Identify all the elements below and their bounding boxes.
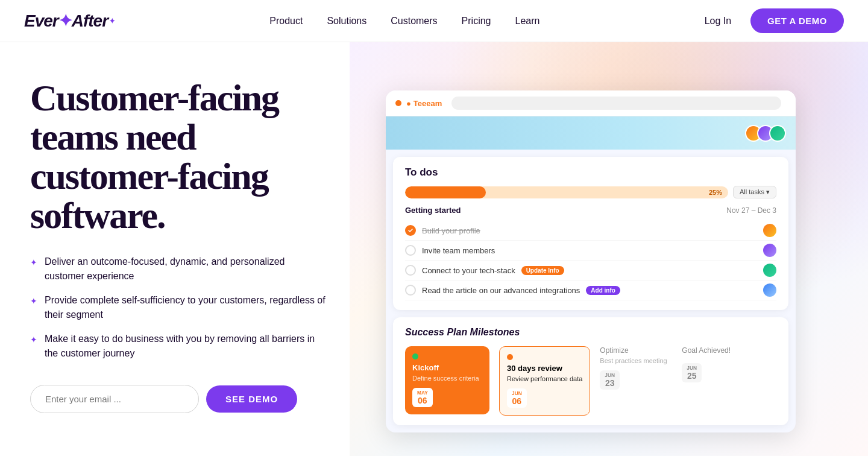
milestone-date-1: MAY 06: [412, 388, 433, 407]
empty-circle-3: [405, 265, 416, 276]
milestone-sub-1: Define success criteria: [412, 375, 482, 382]
diamond-icon-3: ✦: [30, 334, 37, 346]
mockup-header-image: [386, 116, 796, 150]
getting-started-label: Getting started: [405, 206, 461, 215]
milestone-optimize: Optimize Best practices meeting JUN 23: [600, 346, 672, 390]
progress-label: 25%: [709, 189, 722, 196]
nav-solutions[interactable]: Solutions: [317, 11, 376, 31]
milestones-title: Success Plan Milestones: [405, 327, 776, 338]
diamond-icon-2: ✦: [30, 295, 37, 308]
getting-started-row: Getting started Nov 27 – Dec 3: [405, 206, 776, 215]
all-tasks-button[interactable]: All tasks ▾: [733, 186, 776, 198]
task-row-1: Build your profile: [405, 221, 776, 241]
hero-title: Customer-facing teams need customer-faci…: [30, 78, 326, 235]
empty-circle-4: [405, 285, 416, 296]
logo-star: ✦: [109, 17, 115, 25]
task-name-3: Connect to your tech-stack: [422, 266, 515, 275]
avatar-3: [769, 125, 786, 142]
nav-product[interactable]: Product: [260, 11, 312, 31]
main-content: Customer-facing teams need customer-faci…: [0, 42, 868, 456]
task-row-2: Invite team members: [405, 241, 776, 261]
task-name-1: Build your profile: [422, 226, 480, 235]
bullet-item-2: ✦ Provide complete self-sufficiency to y…: [30, 293, 326, 322]
task-row-3: Connect to your tech-stack Update Info: [405, 261, 776, 280]
avatar-stack: [745, 125, 786, 142]
nav-learn[interactable]: Learn: [506, 11, 550, 31]
milestone-goal: Goal Achieved! JUN 25: [682, 346, 754, 382]
bullet-item-1: ✦ Deliver an outcome-focused, dynamic, a…: [30, 255, 326, 283]
progress-row: 25% All tasks ▾: [405, 186, 776, 198]
milestone-card-kickoff: Kickoff Define success criteria MAY 06: [405, 346, 489, 414]
task-name-2: Invite team members: [422, 246, 495, 255]
nav-customers[interactable]: Customers: [381, 11, 447, 31]
empty-circle-2: [405, 245, 416, 256]
task-left-3: Connect to your tech-stack Update Info: [405, 265, 564, 276]
bullet-item-3: ✦ Make it easy to do business with you b…: [30, 332, 326, 361]
task-name-4: Read the article on our advanced integra…: [422, 286, 580, 295]
header: Ever✦After✦ Product Solutions Customers …: [0, 0, 868, 42]
todos-title: To dos: [405, 166, 776, 179]
hero-left: Customer-facing teams need customer-faci…: [0, 42, 350, 456]
main-nav: Product Solutions Customers Pricing Lear…: [260, 11, 549, 31]
progress-bar: 25%: [405, 186, 728, 198]
milestone-sub-3: Best practices meeting: [600, 357, 672, 364]
task-left-2: Invite team members: [405, 245, 495, 256]
ui-mockup: ● Teeeam To dos 25%: [386, 90, 796, 432]
login-button[interactable]: Log In: [695, 11, 741, 31]
task-left-4: Read the article on our advanced integra…: [405, 285, 620, 296]
check-circle-1: [405, 225, 416, 236]
browser-bar: ● Teeeam: [386, 90, 796, 116]
see-demo-button[interactable]: SEE DEMO: [206, 385, 297, 413]
email-cta-row: SEE DEMO: [30, 385, 326, 413]
task-avatar-4: [763, 283, 776, 297]
milestone-title-3: Optimize: [600, 346, 672, 355]
milestone-date-2: JUN 06: [507, 388, 527, 408]
milestone-title-4: Goal Achieved!: [682, 346, 754, 355]
milestone-date-4: JUN 25: [682, 363, 702, 382]
bullet-list: ✦ Deliver an outcome-focused, dynamic, a…: [30, 255, 326, 361]
browser-address-bar: [451, 97, 781, 110]
diamond-icon-1: ✦: [30, 256, 37, 269]
milestone-date-3: JUN 23: [600, 370, 620, 390]
milestones-section: Success Plan Milestones Kickoff Define s…: [393, 317, 788, 425]
logo-dot: ✦: [58, 11, 72, 31]
get-demo-button[interactable]: GET A DEMO: [750, 8, 844, 33]
browser-team-label: ● Teeeam: [406, 99, 442, 108]
progress-fill: [405, 186, 486, 198]
milestone-title-1: Kickoff: [412, 363, 482, 372]
task-tag-3: Update Info: [521, 266, 564, 275]
logo[interactable]: Ever✦After✦: [24, 11, 115, 31]
milestones-timeline: Kickoff Define success criteria MAY 06 3…: [405, 346, 776, 416]
nav-pricing[interactable]: Pricing: [452, 11, 501, 31]
task-avatar-2: [763, 244, 776, 257]
milestone-dot-1: [412, 353, 418, 359]
milestone-title-2: 30 days review: [507, 364, 582, 373]
task-tag-4: Add info: [586, 286, 620, 295]
browser-dot: [395, 100, 401, 106]
date-range: Nov 27 – Dec 3: [726, 206, 776, 215]
milestone-sub-2: Review performance data: [507, 375, 582, 382]
hero-right-bg: ● Teeeam To dos 25%: [350, 42, 868, 456]
task-row-4: Read the article on our advanced integra…: [405, 280, 776, 300]
header-actions: Log In GET A DEMO: [695, 8, 844, 33]
milestone-card-review: 30 days review Review performance data J…: [499, 346, 590, 416]
milestone-dot-2: [507, 354, 513, 360]
todos-section: To dos 25% All tasks ▾ Getting started N…: [393, 157, 788, 310]
email-input[interactable]: [30, 385, 199, 413]
task-left-1: Build your profile: [405, 225, 480, 236]
task-avatar-3: [763, 264, 776, 277]
task-avatar-1: [763, 224, 776, 237]
